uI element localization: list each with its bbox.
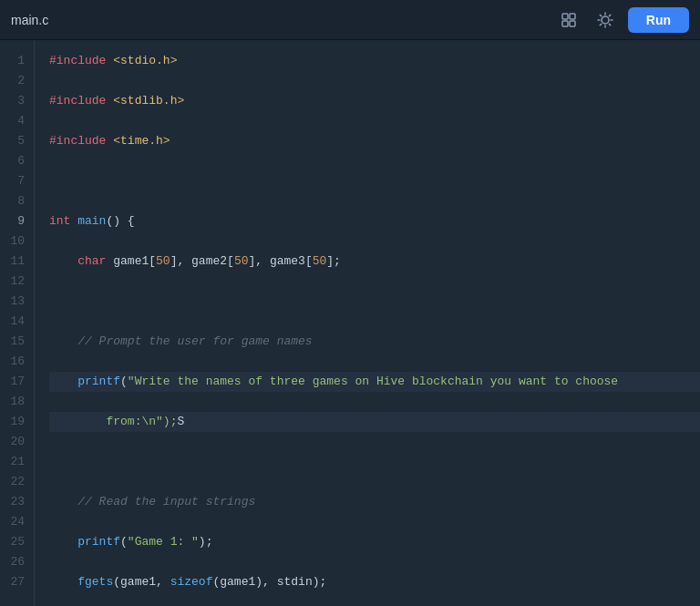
- svg-rect-3: [570, 21, 575, 26]
- line-number-17: 17: [0, 372, 25, 392]
- line-number-22: 22: [0, 472, 25, 492]
- svg-rect-2: [562, 21, 568, 26]
- toolbar: main.c Run: [0, 0, 700, 40]
- svg-line-12: [600, 24, 601, 25]
- code-line-2: #include <stdlib.h>: [49, 91, 700, 111]
- line-number-11: 11: [0, 252, 25, 272]
- line-number-9: 9: [0, 211, 25, 231]
- svg-point-4: [602, 16, 609, 24]
- theme-toggle-button[interactable]: [592, 8, 619, 32]
- line-number-16: 16: [0, 352, 25, 372]
- line-number-15: 15: [0, 332, 25, 352]
- line-number-23: 23: [0, 492, 25, 512]
- editor: 1234567891011121314151617181920212223242…: [0, 40, 700, 606]
- line-number-14: 14: [0, 312, 25, 332]
- line-numbers: 1234567891011121314151617181920212223242…: [0, 40, 35, 606]
- line-number-27: 27: [0, 572, 25, 592]
- line-number-6: 6: [0, 151, 25, 171]
- line-number-18: 18: [0, 392, 25, 412]
- toolbar-left: main.c: [11, 13, 48, 27]
- line-number-21: 21: [0, 452, 25, 472]
- code-line-12: // Read the input strings: [49, 492, 700, 512]
- code-line-10: from:\n");S: [49, 412, 700, 432]
- line-number-1: 1: [0, 51, 25, 71]
- code-line-6: char game1[50], game2[50], game3[50];: [49, 252, 700, 272]
- line-number-10: 10: [0, 231, 25, 252]
- code-line-5: int main() {: [49, 211, 700, 231]
- code-line-8: // Prompt the user for game names: [49, 332, 700, 352]
- line-number-19: 19: [0, 412, 25, 432]
- line-number-2: 2: [0, 71, 25, 91]
- svg-line-11: [609, 15, 610, 15]
- code-line-13: printf("Game 1: ");: [49, 532, 700, 552]
- line-number-5: 5: [0, 131, 25, 151]
- run-button[interactable]: Run: [628, 7, 689, 33]
- toolbar-right: Run: [555, 7, 689, 33]
- line-number-8: 8: [0, 191, 25, 211]
- code-line-9: printf("Write the names of three games o…: [49, 372, 700, 392]
- line-number-7: 7: [0, 171, 25, 191]
- line-number-24: 24: [0, 512, 25, 532]
- code-line-14: fgets(game1, sizeof(game1), stdin);: [49, 572, 700, 592]
- svg-rect-1: [570, 14, 575, 19]
- svg-line-9: [600, 15, 601, 15]
- expand-icon-button[interactable]: [555, 8, 582, 32]
- svg-rect-0: [562, 14, 568, 19]
- code-line-4: [49, 171, 700, 191]
- line-number-25: 25: [0, 532, 25, 552]
- line-number-4: 4: [0, 111, 25, 131]
- line-number-12: 12: [0, 272, 25, 292]
- code-line-3: #include <time.h>: [49, 131, 700, 151]
- line-number-20: 20: [0, 432, 25, 452]
- code-line-7: [49, 292, 700, 312]
- code-content[interactable]: #include <stdio.h> #include <stdlib.h> #…: [35, 40, 700, 606]
- code-line-1: #include <stdio.h>: [49, 51, 700, 71]
- file-title: main.c: [11, 13, 48, 27]
- line-number-26: 26: [0, 552, 25, 572]
- code-line-11: [49, 452, 700, 472]
- svg-line-10: [609, 24, 610, 25]
- line-number-3: 3: [0, 91, 25, 111]
- line-number-13: 13: [0, 292, 25, 312]
